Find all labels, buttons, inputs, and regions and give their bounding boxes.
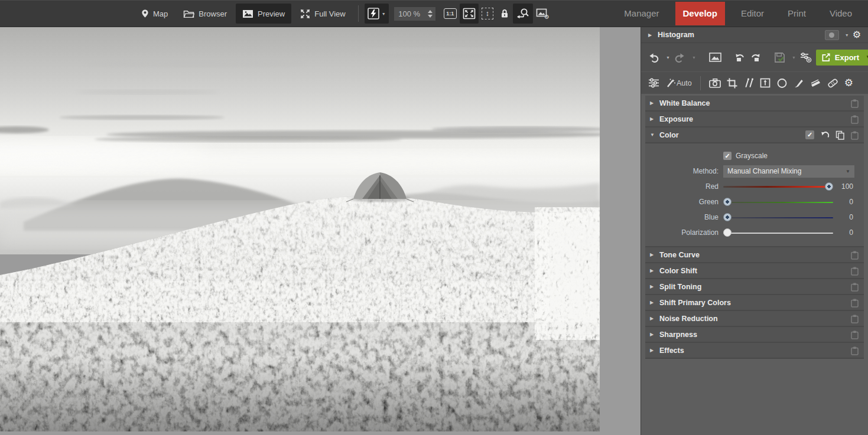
rotate-left-icon [734, 52, 746, 63]
paste-icon[interactable] [850, 266, 859, 276]
method-dropdown[interactable]: Manual Channel Mixing ▼ [723, 165, 854, 178]
paste-icon[interactable] [850, 314, 859, 323]
tools-settings-gear-icon[interactable]: ⚙ [844, 78, 853, 88]
full-view-button[interactable]: Full View [294, 4, 352, 24]
healing-tool-button[interactable] [827, 78, 838, 89]
section-white-balance[interactable]: ▶ White Balance [645, 96, 864, 112]
paste-icon[interactable] [850, 99, 859, 108]
lock-zoom-button[interactable] [496, 4, 513, 24]
rotate-right-button[interactable] [750, 52, 761, 63]
blue-slider-handle[interactable] [723, 213, 732, 221]
export-button[interactable]: Export ▼ [816, 50, 868, 66]
grayscale-checkbox[interactable]: ✓ Grayscale [723, 152, 768, 160]
redo-history-caret-icon[interactable]: ▼ [692, 55, 696, 60]
paste-icon[interactable] [850, 330, 859, 339]
reset-section-icon[interactable] [820, 130, 830, 140]
section-tone-curve[interactable]: ▶ Tone Curve [645, 247, 864, 263]
original-image-icon [709, 53, 721, 62]
histogram-section-header[interactable]: ▶ Histogram ▼ ⚙ [641, 27, 868, 43]
polarization-slider-handle[interactable] [723, 228, 732, 237]
paste-icon[interactable] [850, 282, 859, 292]
section-shift-primary-colors[interactable]: ▶ Shift Primary Colors [645, 295, 864, 311]
chevron-down-icon[interactable]: ▼ [845, 33, 849, 37]
tune-adjustments-button[interactable] [648, 78, 659, 88]
red-slider-track [723, 186, 833, 188]
map-button[interactable]: Map [135, 4, 174, 24]
preview-settings-button[interactable]: ⚙ [533, 4, 552, 24]
paste-icon[interactable] [850, 298, 859, 308]
section-exposure[interactable]: ▶ Exposure [645, 112, 864, 127]
blue-slider[interactable] [723, 213, 833, 221]
sliders-plus-icon [800, 52, 812, 63]
show-original-button[interactable] [709, 53, 721, 62]
tab-manager[interactable]: Manager [616, 2, 667, 25]
sync-zoom-button[interactable] [513, 4, 533, 24]
brush-icon [794, 78, 804, 89]
camera-info-button[interactable] [709, 78, 721, 88]
auto-enhance-button[interactable]: Auto [665, 78, 692, 88]
undo-icon [648, 53, 659, 63]
green-slider[interactable] [723, 198, 833, 206]
rotate-left-button[interactable] [734, 52, 746, 63]
fit-to-screen-button[interactable] [460, 4, 479, 24]
red-slider-label: Red [645, 182, 723, 191]
undo-history-caret-icon[interactable]: ▼ [666, 55, 670, 60]
paste-icon[interactable] [850, 130, 859, 140]
section-title: Color Shift [659, 267, 697, 275]
zoom-input[interactable] [394, 9, 425, 18]
adjustments-presets-button[interactable] [800, 52, 812, 63]
paste-icon[interactable] [850, 115, 859, 124]
green-slider-handle[interactable] [723, 198, 732, 206]
polarization-slider[interactable] [723, 228, 833, 237]
fit-height-icon: ↕ [482, 8, 493, 19]
adjustment-sections: ▶ White Balance ▶ Exposure [641, 94, 868, 359]
tab-video[interactable]: Video [822, 2, 860, 25]
lightning-icon [368, 8, 379, 19]
image-settings-icon: ⚙ [536, 8, 550, 19]
browser-button[interactable]: Browser [177, 4, 233, 24]
redo-button[interactable] [674, 53, 685, 63]
image-icon [242, 9, 253, 18]
section-split-toning[interactable]: ▶ Split Toning [645, 279, 864, 295]
gradient-filter-button[interactable] [810, 79, 821, 88]
fit-height-button[interactable]: ↕ [479, 4, 496, 24]
blue-slider-track [723, 217, 833, 218]
undo-button[interactable] [648, 53, 659, 63]
blue-slider-label: Blue [645, 213, 723, 221]
straighten-tool-button[interactable] [743, 78, 754, 88]
red-slider-handle[interactable] [825, 182, 833, 191]
zoom-stepper[interactable] [425, 10, 435, 18]
color-enabled-checkbox[interactable]: ✓ [805, 130, 814, 139]
section-noise-reduction[interactable]: ▶ Noise Reduction [645, 311, 864, 327]
red-slider[interactable] [723, 182, 833, 191]
photo-preview[interactable] [0, 27, 600, 431]
save-adjustments-button[interactable] [774, 52, 785, 63]
expander-right-icon: ▶ [650, 284, 659, 289]
develop-actions-toolbar: ▼ ▼ [641, 43, 868, 71]
zoom-100-button[interactable]: 1:1 [441, 4, 460, 24]
full-view-label: Full View [314, 9, 346, 18]
tab-print[interactable]: Print [780, 2, 814, 25]
paste-icon[interactable] [850, 250, 859, 260]
section-effects[interactable]: ▶ Effects [645, 343, 864, 359]
copy-icon[interactable] [836, 130, 845, 140]
slider-row-red: Red 100 [645, 179, 864, 194]
overlay-toggle-button[interactable] [825, 30, 839, 40]
section-sharpness[interactable]: ▶ Sharpness [645, 327, 864, 343]
quick-preview-button[interactable]: ▼ [365, 4, 389, 24]
expander-right-icon: ▶ [650, 332, 659, 337]
preview-button[interactable]: Preview [236, 4, 291, 24]
method-row: Method: Manual Channel Mixing ▼ [645, 163, 864, 179]
perspective-tool-button[interactable] [760, 78, 771, 88]
expander-right-icon: ▶ [648, 32, 658, 38]
save-options-caret-icon[interactable]: ▼ [792, 55, 796, 60]
crop-tool-button[interactable] [727, 78, 737, 89]
tab-editor[interactable]: Editor [733, 2, 772, 25]
paste-icon[interactable] [850, 346, 859, 355]
section-color-shift[interactable]: ▶ Color Shift [645, 263, 864, 279]
section-color-header[interactable]: ▼ Color ✓ [645, 127, 864, 143]
tab-develop[interactable]: Develop [675, 2, 725, 25]
panel-settings-gear-icon[interactable]: ⚙ [853, 30, 861, 40]
brush-tool-button[interactable] [794, 78, 804, 89]
radial-filter-button[interactable] [776, 78, 788, 89]
